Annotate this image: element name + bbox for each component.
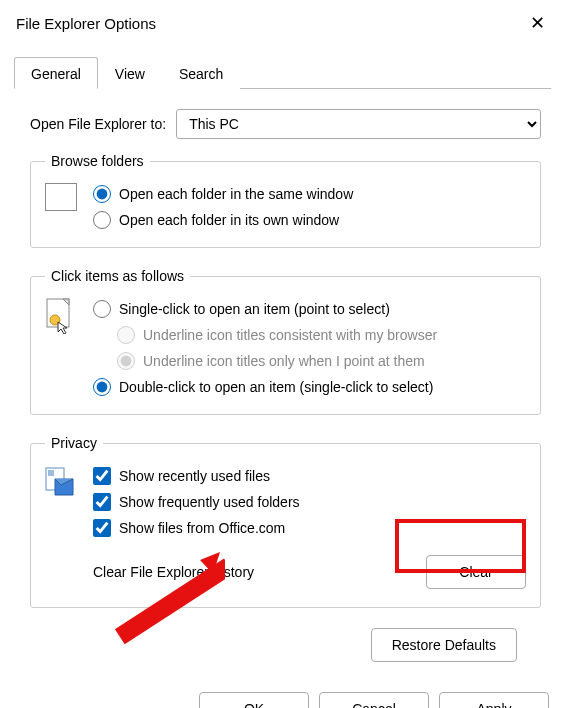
open-explorer-label: Open File Explorer to:	[30, 116, 166, 132]
check-frequent-folders[interactable]: Show frequently used folders	[93, 489, 526, 515]
privacy-icon	[45, 463, 79, 497]
click-items-legend: Click items as follows	[45, 268, 190, 284]
radio-same-window[interactable]: Open each folder in the same window	[93, 181, 526, 207]
open-explorer-select[interactable]: This PC	[176, 109, 541, 139]
radio-underline-browser: Underline icon titles consistent with my…	[93, 322, 526, 348]
tab-strip: General View Search	[14, 46, 551, 89]
tab-general[interactable]: General	[14, 57, 98, 89]
clear-history-label: Clear File Explorer history	[93, 564, 254, 580]
radio-double-click[interactable]: Double-click to open an item (single-cli…	[93, 374, 526, 400]
window-title: File Explorer Options	[16, 15, 156, 32]
apply-button[interactable]: Apply	[439, 692, 549, 708]
check-recent-files[interactable]: Show recently used files	[93, 463, 526, 489]
tab-search[interactable]: Search	[162, 57, 240, 89]
svg-rect-3	[48, 470, 54, 476]
browse-folders-group: Browse folders Open each folder in the s…	[30, 153, 541, 248]
cancel-button[interactable]: Cancel	[319, 692, 429, 708]
click-items-group: Click items as follows Single-click to o…	[30, 268, 541, 415]
check-office-files[interactable]: Show files from Office.com	[93, 515, 526, 541]
close-button[interactable]: ✕	[522, 8, 553, 38]
radio-underline-point: Underline icon titles only when I point …	[93, 348, 526, 374]
privacy-legend: Privacy	[45, 435, 103, 451]
tab-view[interactable]: View	[98, 57, 162, 89]
restore-defaults-button[interactable]: Restore Defaults	[371, 628, 517, 662]
browse-folders-legend: Browse folders	[45, 153, 150, 169]
click-cursor-icon	[45, 296, 79, 334]
folder-window-icon	[45, 181, 79, 211]
radio-own-window[interactable]: Open each folder in its own window	[93, 207, 526, 233]
radio-single-click[interactable]: Single-click to open an item (point to s…	[93, 296, 526, 322]
ok-button[interactable]: OK	[199, 692, 309, 708]
privacy-group: Privacy Show recently used files Show fr…	[30, 435, 541, 608]
clear-button[interactable]: Clear	[426, 555, 526, 589]
